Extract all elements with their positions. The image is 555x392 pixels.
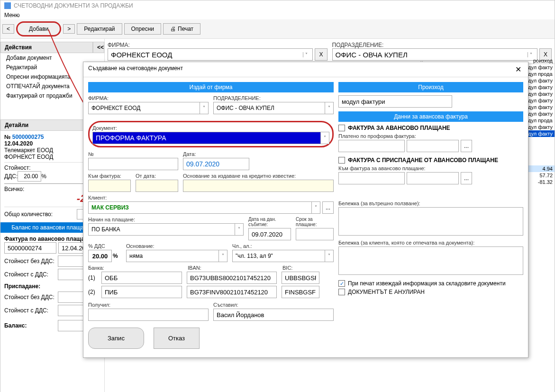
chevron-down-icon: ˅ (311, 202, 320, 213)
chevron-down-icon: ˅ (528, 52, 534, 57)
bank2-name-input[interactable] (101, 286, 182, 298)
chevron-down-icon: ˅ (325, 102, 333, 114)
firma-label: ФИРМА: (108, 42, 328, 48)
document-type-select[interactable]: ПРОФОРМА ФАКТУРА ˅ (92, 132, 329, 144)
create-document-modal: Създаване на счетоводен документ ✕ Издай… (83, 62, 528, 358)
toolbar: < Добави > Редактирай Опресни 🖨 Печат (0, 19, 555, 39)
modal-footer: Запис Отказ (88, 324, 334, 353)
value-label: Стойност: (4, 164, 31, 171)
refresh-button[interactable]: Опресни (124, 23, 162, 35)
app-icon (4, 2, 11, 9)
bic2-input[interactable] (282, 286, 319, 298)
advance-checkbox-row[interactable]: ФАКТУРА ЗА АВАНСОВО ПЛАЩАНЕ (338, 125, 523, 131)
client-browse-button[interactable]: ... (322, 201, 334, 214)
bank1-name-input[interactable] (101, 272, 182, 284)
modal-division-select[interactable]: ОФИС - ОВЧА КУПЕЛ ˅ (213, 102, 334, 114)
advance-num-input[interactable] (4, 242, 56, 254)
origin-header: Произход (338, 82, 523, 92)
modal-close-button[interactable]: ✕ (513, 65, 523, 74)
to-invoice-input[interactable] (88, 180, 131, 192)
advance-ref-num-input[interactable] (338, 172, 405, 184)
advance-data-header: Данни за авансова фактура (338, 111, 523, 122)
chevron-down-icon: ˅ (235, 224, 243, 235)
add-button[interactable]: Добави (16, 21, 61, 36)
print-storage-checkbox[interactable]: ✓ При печат извеждай информация за склад… (338, 280, 523, 287)
division-select[interactable]: ОФИС - ОВЧА КУПЕЛ ˅ (332, 48, 537, 61)
note-internal-input[interactable] (338, 207, 523, 236)
window-title: СЧЕТОВОДНИ ДОКУМЕНТИ ЗА ПРОДАЖБИ (14, 2, 133, 9)
payment-select[interactable]: ПО БАНКА ˅ (88, 223, 244, 236)
iban1-input[interactable] (187, 272, 277, 284)
basis-select[interactable]: няма ˅ (126, 250, 227, 262)
nav-prev-button[interactable]: < (2, 24, 14, 34)
nav-next-button[interactable]: > (63, 24, 75, 34)
firma-select[interactable]: ФОРНЕКСТ ЕООД ˅ (108, 48, 313, 61)
dds-percent: 20.00 (18, 171, 41, 182)
title-bar: СЧЕТОВОДНИ ДОКУМЕНТИ ЗА ПРОДАЖБИ (0, 0, 555, 11)
menu-bar[interactable]: Меню (0, 11, 555, 19)
note-client-input[interactable] (338, 246, 523, 275)
dds-label: ДДС: (4, 173, 18, 180)
from-date-input[interactable] (136, 180, 178, 192)
origin-input[interactable] (338, 95, 452, 108)
chevron-down-icon: ˅ (320, 132, 329, 144)
dds-percent-input[interactable] (88, 250, 112, 262)
deduct-checkbox-row[interactable]: ФАКТУРА С ПРИСПАДАНЕ ОТ АВАНСОВО ПЛАЩАНЕ (338, 157, 523, 164)
modal-right-panel: Произход Данни за авансова фактура ФАКТУ… (338, 82, 523, 353)
advance-ref-val-input[interactable] (407, 172, 459, 184)
cancelled-checkbox[interactable]: ДОКУМЕНТЪТ Е АНУЛИРАН (338, 289, 523, 295)
document-type-group: Документ: ПРОФОРМА ФАКТУРА ˅ (88, 121, 334, 147)
modal-title-bar: Създаване на счетоводен документ ✕ (83, 62, 528, 77)
tax-date-input[interactable] (248, 228, 291, 240)
doc-number-input[interactable] (88, 158, 178, 170)
proforma-val-input[interactable] (407, 140, 459, 152)
modal-left-panel: Издай от фирма ФИРМА: ФОРНЕКСТ ЕООД ˅ ПО… (88, 82, 334, 353)
chevron-down-icon: ˅ (303, 52, 309, 57)
client-select[interactable]: МАК СЕРВИЗ ˅ (88, 201, 320, 214)
cancel-button[interactable]: Отказ (154, 328, 200, 349)
print-button[interactable]: 🖨 Печат (163, 23, 200, 35)
received-input[interactable] (88, 309, 209, 321)
firma-clear-button[interactable]: X (315, 48, 327, 61)
save-button[interactable]: Запис (88, 328, 144, 349)
collapse-button[interactable]: << (93, 42, 104, 53)
total-label: Всичко: (4, 186, 24, 192)
doc-date: 12.04.2020 (4, 140, 33, 147)
credit-basis-input[interactable] (183, 180, 334, 192)
pay-term-input[interactable] (296, 228, 334, 240)
article-select[interactable]: "чл. 113, ал 9" ˅ (232, 250, 334, 262)
proforma-browse-button[interactable]: ... (461, 140, 472, 152)
chevron-down-icon: ˅ (218, 250, 227, 262)
checkbox-icon[interactable] (338, 157, 345, 164)
num-label: № (4, 134, 10, 140)
doc-number: 5000000275 (12, 134, 44, 140)
sidebar-add-doc[interactable]: Добави документ (0, 53, 104, 63)
division-label: ПОДРАЗДЕЛЕНИЕ: (332, 42, 552, 48)
printer-icon: 🖨 (170, 26, 176, 32)
qty-label: Общо количество: (4, 211, 53, 218)
compiled-input[interactable] (213, 309, 334, 321)
doc-date-input[interactable] (183, 158, 249, 170)
issue-from-header: Издай от фирма (88, 82, 334, 92)
modal-title: Създаване на счетоводен документ (88, 65, 183, 74)
checkbox-icon[interactable] (338, 125, 345, 131)
advance-label: Фактура по авансово плаща (4, 236, 84, 242)
checkbox-icon[interactable]: ✓ (338, 280, 345, 287)
actions-header: Действия (0, 42, 93, 53)
iban2-input[interactable] (187, 286, 277, 298)
modal-firma-select[interactable]: ФОРНЕКСТ ЕООД ˅ (88, 102, 209, 114)
edit-button[interactable]: Редактирай (77, 23, 122, 35)
checkbox-icon[interactable] (338, 289, 345, 295)
origin-column: роизход дул факту дул прода дул факту ду… (526, 58, 555, 185)
bic1-input[interactable] (282, 272, 319, 284)
chevron-down-icon: ˅ (200, 102, 208, 114)
advance-ref-browse-button[interactable]: ... (461, 172, 472, 184)
chevron-down-icon: ˅ (325, 250, 333, 262)
proforma-num-input[interactable] (338, 140, 405, 152)
